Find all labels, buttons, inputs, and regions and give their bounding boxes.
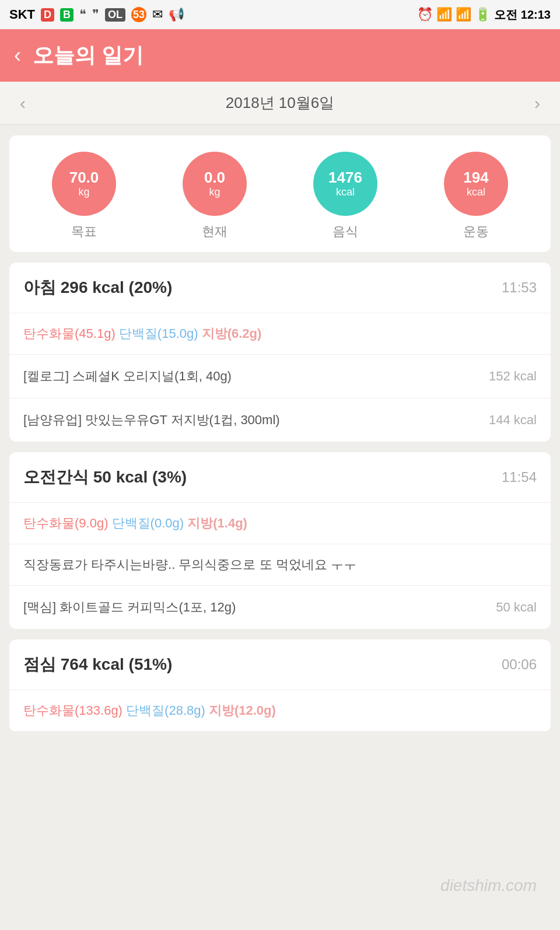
breakfast-food-2-name: [남양유업] 맛있는우유GT 저지방(1컵, 300ml) [23,411,280,429]
exercise-value: 194 [463,169,488,186]
status-right: ⏰ 📶 📶 🔋 오전 12:13 [417,7,551,23]
time-label: 12:13 [521,8,551,22]
morning-snack-carb: 탄수화물(9.0g) [23,516,108,530]
prev-date-button[interactable]: ‹ [14,88,32,119]
lunch-section: 점심 764 kcal (51%) 00:06 탄수화물(133.6g) 단백질… [9,639,551,732]
back-button[interactable]: ‹ [14,43,21,68]
status-bar: SKT D B ❝ ❞ OL 53 ✉ 📢 ⏰ 📶 📶 🔋 오전 12:13 [0,0,560,29]
status-icon-speaker: 📢 [169,7,184,22]
breakfast-protein: 단백질(15.0g) [119,326,198,341]
food-value: 1476 [328,169,362,186]
status-icon-53: 53 [131,7,146,22]
breakfast-time: 11:53 [502,279,537,296]
carrier-label: SKT [9,7,35,22]
battery-status-label: 오전 [494,7,517,23]
breakfast-fat: 지방(6.2g) [202,326,262,341]
app-header: ‹ 오늘의 일기 [0,29,560,82]
lunch-fat: 지방(12.0g) [209,703,276,718]
lunch-macros: 탄수화물(133.6g) 단백질(28.8g) 지방(12.0g) [9,690,551,732]
current-unit: kg [209,186,220,198]
exercise-unit: kcal [467,186,485,198]
status-left: SKT D B ❝ ❞ OL 53 ✉ 📢 [9,7,184,22]
morning-snack-header: 오전간식 50 kcal (3%) 11:54 [9,452,551,503]
breakfast-food-1-name: [켈로그] 스페셜K 오리지널(1회, 40g) [23,368,232,385]
food-circle: 1476 kcal [313,152,377,216]
exercise-label: 운동 [463,223,489,240]
status-icon-band: B [60,8,74,22]
morning-snack-title: 오전간식 50 kcal (3%) [23,466,187,488]
stats-section: 70.0 kg 목표 0.0 kg 현재 1476 kcal 음식 194 kc… [9,135,551,252]
goal-value: 70.0 [69,169,99,186]
food-label: 음식 [332,223,358,240]
goal-label: 목표 [71,223,97,240]
morning-snack-fat: 지방(1.4g) [187,516,247,530]
lunch-time: 00:06 [502,656,537,673]
watermark: dietshim.com [440,876,537,895]
lunch-title: 점심 764 kcal (51%) [23,653,172,676]
status-icon-olock: OL [105,8,125,22]
goal-circle: 70.0 kg [52,152,116,216]
status-icon-mail: ✉ [152,7,163,22]
page-title: 오늘의 일기 [33,41,144,70]
date-navigation: ‹ 2018년 10월6일 › [0,82,560,125]
current-label: 현재 [202,223,228,240]
breakfast-header: 아침 296 kcal (20%) 11:53 [9,263,551,313]
lunch-protein: 단백질(28.8g) [126,703,205,718]
breakfast-food-2-kcal: 144 kcal [489,412,537,428]
breakfast-carb: 탄수화물(45.1g) [23,326,116,341]
stat-goal: 70.0 kg 목표 [52,152,116,240]
exercise-circle: 194 kcal [444,152,508,216]
morning-snack-food-1-name: [맥심] 화이트골드 커피믹스(1포, 12g) [23,599,236,616]
morning-snack-food-1[interactable]: [맥심] 화이트골드 커피믹스(1포, 12g) 50 kcal [9,586,551,629]
goal-unit: kg [78,186,89,198]
alarm-icon: ⏰ [417,7,433,22]
morning-snack-time: 11:54 [502,469,537,485]
battery-icon: 🔋 [475,7,491,22]
stat-food: 1476 kcal 음식 [313,152,377,240]
status-icon-q1: ❝ [79,7,86,22]
stat-exercise: 194 kcal 운동 [444,152,508,240]
status-icon-q2: ❞ [92,7,99,22]
current-date-label: 2018년 10월6일 [226,93,334,113]
status-icon-dashin: D [41,8,54,22]
lunch-carb: 탄수화물(133.6g) [23,703,123,718]
breakfast-food-1[interactable]: [켈로그] 스페셜K 오리지널(1회, 40g) 152 kcal [9,355,551,398]
signal-icon: 📶 [456,7,471,22]
current-circle: 0.0 kg [183,152,247,216]
lunch-header: 점심 764 kcal (51%) 00:06 [9,639,551,690]
food-unit: kcal [336,186,355,198]
stat-current: 0.0 kg 현재 [183,152,247,240]
breakfast-section: 아침 296 kcal (20%) 11:53 탄수화물(45.1g) 단백질(… [9,263,551,442]
morning-snack-section: 오전간식 50 kcal (3%) 11:54 탄수화물(9.0g) 단백질(0… [9,452,551,629]
breakfast-food-1-kcal: 152 kcal [489,369,537,384]
morning-snack-macros: 탄수화물(9.0g) 단백질(0.0g) 지방(1.4g) [9,503,551,544]
next-date-button[interactable]: › [528,88,546,119]
morning-snack-food-1-kcal: 50 kcal [496,600,537,615]
morning-snack-note: 직장동료가 타주시는바량.. 무의식중으로 또 먹었네요 ㅜㅜ [9,544,551,586]
wifi-icon: 📶 [436,7,452,22]
breakfast-macros: 탄수화물(45.1g) 단백질(15.0g) 지방(6.2g) [9,313,551,355]
morning-snack-protein: 단백질(0.0g) [112,516,184,530]
breakfast-food-2[interactable]: [남양유업] 맛있는우유GT 저지방(1컵, 300ml) 144 kcal [9,398,551,442]
current-value: 0.0 [204,169,225,186]
breakfast-title: 아침 296 kcal (20%) [23,277,172,299]
